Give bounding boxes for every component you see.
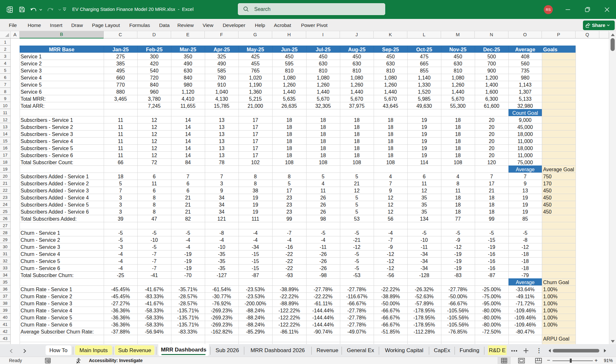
svg-text:X: X bbox=[7, 8, 9, 11]
